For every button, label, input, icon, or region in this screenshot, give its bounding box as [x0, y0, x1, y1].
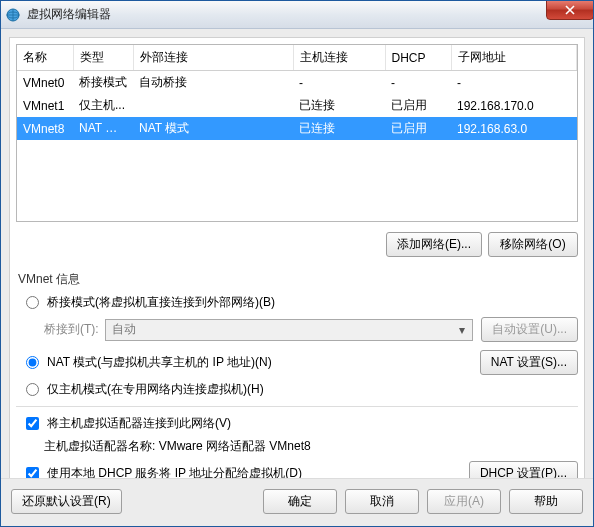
- cell-subnet: 192.168.170.0: [451, 94, 577, 117]
- cell-external: [133, 94, 293, 117]
- help-button[interactable]: 帮助: [509, 489, 583, 514]
- cell-type: 桥接模式: [73, 71, 133, 95]
- cell-name: VMnet0: [17, 71, 73, 95]
- apply-button: 应用(A): [427, 489, 501, 514]
- add-network-button[interactable]: 添加网络(E)...: [386, 232, 482, 257]
- connect-host-label: 将主机虚拟适配器连接到此网络(V): [47, 415, 231, 432]
- cell-dhcp: -: [385, 71, 451, 95]
- cell-external: NAT 模式: [133, 117, 293, 140]
- cell-subnet: 192.168.63.0: [451, 117, 577, 140]
- table-row[interactable]: VMnet0桥接模式自动桥接---: [17, 71, 577, 95]
- hostonly-radio[interactable]: [26, 383, 39, 396]
- col-external[interactable]: 外部连接: [133, 45, 293, 71]
- hostonly-label: 仅主机模式(在专用网络内连接虚拟机)(H): [47, 381, 264, 398]
- col-type[interactable]: 类型: [73, 45, 133, 71]
- adapter-name-label: 主机虚拟适配器名称: VMware 网络适配器 VMnet8: [44, 438, 311, 455]
- cell-external: 自动桥接: [133, 71, 293, 95]
- ok-button[interactable]: 确定: [263, 489, 337, 514]
- bridged-radio[interactable]: [26, 296, 39, 309]
- titlebar: 虚拟网络编辑器: [1, 1, 593, 29]
- col-subnet[interactable]: 子网地址: [451, 45, 577, 71]
- col-dhcp[interactable]: DHCP: [385, 45, 451, 71]
- cell-name: VMnet1: [17, 94, 73, 117]
- col-name[interactable]: 名称: [17, 45, 73, 71]
- cell-dhcp: 已启用: [385, 117, 451, 140]
- table-row[interactable]: VMnet8NAT 模式NAT 模式已连接已启用192.168.63.0: [17, 117, 577, 140]
- nat-label: NAT 模式(与虚拟机共享主机的 IP 地址)(N): [47, 354, 272, 371]
- cell-host: 已连接: [293, 94, 385, 117]
- window-title: 虚拟网络编辑器: [27, 6, 111, 23]
- nat-settings-button[interactable]: NAT 设置(S)...: [480, 350, 578, 375]
- cell-host: 已连接: [293, 117, 385, 140]
- cell-host: -: [293, 71, 385, 95]
- close-button[interactable]: [546, 0, 594, 20]
- bridged-to-value: 自动: [112, 321, 136, 338]
- table-header-row: 名称 类型 外部连接 主机连接 DHCP 子网地址: [17, 45, 577, 71]
- app-icon: [5, 7, 21, 23]
- bridged-label: 桥接模式(将虚拟机直接连接到外部网络)(B): [47, 294, 275, 311]
- bridged-to-combo: 自动 ▾: [105, 319, 474, 341]
- bottom-bar: 还原默认设置(R) 确定 取消 应用(A) 帮助: [1, 478, 593, 526]
- cell-subnet: -: [451, 71, 577, 95]
- col-host[interactable]: 主机连接: [293, 45, 385, 71]
- cancel-button[interactable]: 取消: [345, 489, 419, 514]
- cell-type: 仅主机...: [73, 94, 133, 117]
- cell-dhcp: 已启用: [385, 94, 451, 117]
- network-table[interactable]: 名称 类型 外部连接 主机连接 DHCP 子网地址 VMnet0桥接模式自动桥接…: [16, 44, 578, 222]
- auto-settings-button: 自动设置(U)...: [481, 317, 578, 342]
- close-icon: [564, 5, 576, 15]
- table-row[interactable]: VMnet1仅主机...已连接已启用192.168.170.0: [17, 94, 577, 117]
- cell-name: VMnet8: [17, 117, 73, 140]
- restore-defaults-button[interactable]: 还原默认设置(R): [11, 489, 122, 514]
- vmnet-info-title: VMnet 信息: [18, 271, 578, 288]
- nat-radio[interactable]: [26, 356, 39, 369]
- remove-network-button[interactable]: 移除网络(O): [488, 232, 578, 257]
- bridged-to-label: 桥接到(T):: [44, 321, 99, 338]
- cell-type: NAT 模式: [73, 117, 133, 140]
- main-content: 名称 类型 外部连接 主机连接 DHCP 子网地址 VMnet0桥接模式自动桥接…: [9, 37, 585, 527]
- connect-host-checkbox[interactable]: [26, 417, 39, 430]
- chevron-down-icon: ▾: [454, 321, 470, 339]
